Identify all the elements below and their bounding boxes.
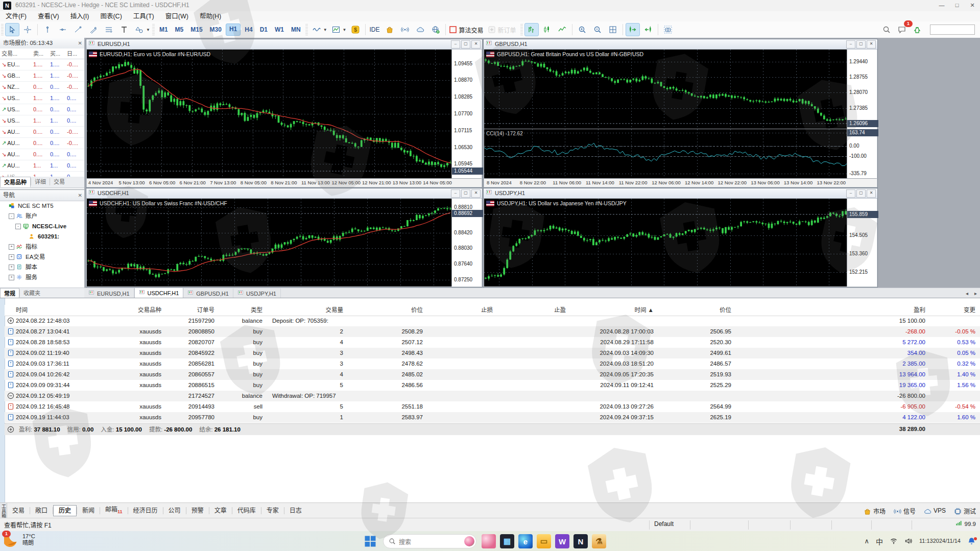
market-watch-row[interactable]: ↗US...0....0....0.... [0, 104, 84, 115]
vps-button[interactable] [413, 23, 427, 36]
chart-minimize-button[interactable]: ‒ [846, 189, 855, 198]
close-icon[interactable]: ✕ [78, 190, 82, 201]
ide-button[interactable]: IDE [368, 26, 382, 33]
timeframe-w1[interactable]: W1 [272, 24, 287, 35]
chart-pane-titlebar[interactable]: USDCHF,H1‒▢✕ [86, 188, 482, 199]
paint-app-icon[interactable] [482, 534, 496, 548]
menu-item-6[interactable]: 窗口(W) [160, 11, 194, 21]
market-button[interactable] [383, 23, 397, 36]
toolbox-tab-2[interactable]: 敞口 [30, 505, 53, 516]
menu-item-3[interactable]: 插入(I) [65, 11, 95, 21]
chart-tab-usdjpy-h1[interactable]: USDJPY,H1 [233, 289, 281, 298]
navigator-item-1[interactable]: NCE SC MT5 [0, 201, 84, 211]
chart-restore-button[interactable]: ▢ [856, 40, 866, 49]
timeframe-mn[interactable]: MN [288, 24, 304, 35]
market-watch-row[interactable]: ↘AU...0....0....0.... [0, 149, 84, 160]
history-column-header[interactable]: 变更 [5, 305, 975, 316]
navigator-tab-2[interactable]: 收藏夹 [20, 288, 44, 298]
history-row[interactable]: 2024.09.03 17:36:11xauusds20856281buy324… [5, 358, 980, 369]
timeframe-m5[interactable]: M5 [172, 24, 187, 35]
chart-tab-eurusd-h1[interactable]: EURUSD,H1 [84, 289, 134, 298]
templates-button[interactable] [329, 23, 343, 36]
navigator-item-6[interactable]: +EA交易 [0, 252, 84, 262]
signals-button[interactable] [398, 23, 412, 36]
history-row[interactable]: 2024.09.02 11:19:40xauusds20845922buy324… [5, 348, 980, 358]
market-watch-row[interactable]: ↘US...1...1...0.... [0, 115, 84, 127]
vertical-line-tool[interactable] [40, 23, 55, 36]
candle-chart-button[interactable] [540, 23, 554, 36]
chart-minimize-button[interactable]: ‒ [451, 189, 460, 198]
search-button[interactable] [879, 23, 894, 36]
toolbox-tab-4[interactable]: 新闻 [77, 505, 100, 516]
menu-item-5[interactable]: 工具(T) [128, 11, 160, 21]
file-explorer-icon[interactable]: ▭ [537, 534, 551, 548]
chart-shift-button[interactable] [641, 23, 655, 36]
toolbox-tab-11[interactable]: 专家 [261, 505, 284, 516]
history-row[interactable]: 2024.08.27 13:04:41xauusds20808850buy225… [5, 326, 980, 337]
dropdown-caret-icon[interactable]: ▼ [343, 28, 347, 32]
chart-close-button[interactable]: ✕ [471, 189, 481, 198]
market-watch-row[interactable]: ↘GB...1....1....-0.... [0, 70, 84, 82]
market-watch-row[interactable]: ↘AU...0....0....-0.... [0, 127, 84, 138]
toolbox-tab-1[interactable]: 交易 [7, 505, 30, 516]
dropdown-caret-icon[interactable]: ▼ [146, 28, 150, 32]
timeframe-m1[interactable]: M1 [156, 24, 171, 35]
navigator-tab-1[interactable]: 常规 [0, 288, 19, 298]
dock-item-信号[interactable]: 信号 [894, 507, 916, 515]
horizontal-line-tool[interactable] [56, 23, 70, 36]
channel-tool[interactable] [86, 23, 101, 36]
toolbox-tab-6[interactable]: 经济日历 [128, 505, 163, 516]
toolbox-tab-5[interactable]: 邮箱11 [100, 504, 128, 517]
toolbox-tab-7[interactable]: 公司 [163, 505, 186, 516]
menu-item-4[interactable]: 图表(C) [94, 11, 127, 21]
chart-minimize-button[interactable]: ‒ [846, 40, 855, 49]
chart-pane-titlebar[interactable]: USDJPY,H1‒▢✕ [484, 188, 877, 199]
algo-trading-button[interactable]: 算法交易 [448, 23, 486, 36]
community-button[interactable] [428, 23, 443, 36]
market-watch-row[interactable]: ↘EU...1....1....-0.... [0, 59, 84, 70]
market-watch-row[interactable]: ↘US...1....1....0.... [0, 93, 84, 104]
mt5-app-icon[interactable]: N [573, 534, 588, 548]
timeframe-m30[interactable]: M30 [207, 24, 225, 35]
chart-close-button[interactable]: ✕ [867, 189, 876, 198]
close-icon[interactable]: ✕ [78, 38, 82, 49]
navigator-item-2[interactable]: -账户 [0, 211, 84, 221]
taskbar-clock[interactable]: 11:132024/11/14 [919, 538, 961, 544]
bar-chart-button[interactable] [524, 23, 539, 36]
dock-item-VPS[interactable]: VPS [924, 507, 946, 514]
toolbox-vertical-tab[interactable]: 工具箱 [0, 503, 7, 518]
chart-plot-area[interactable]: USDCHF,H1: US Dollar vs Swiss Franc #N-U… [87, 199, 482, 286]
status-profile[interactable]: Default [654, 520, 674, 528]
auto-scroll-button[interactable] [626, 23, 640, 36]
deposit-button[interactable]: $ [348, 23, 363, 36]
chart-minimize-button[interactable]: ‒ [451, 40, 460, 49]
history-row[interactable]: 2024.09.12 16:45:48xauusds20914493sell52… [5, 401, 980, 412]
dock-item-测试[interactable]: 测试 [954, 507, 976, 515]
timeframe-d1[interactable]: D1 [257, 24, 271, 35]
history-row[interactable]: 2024.09.12 05:49:1921724527balance-26 80… [5, 391, 980, 401]
menu-item-7[interactable]: 帮助(H) [194, 11, 227, 21]
tree-expand-icon[interactable]: + [9, 275, 14, 280]
crosshair-tool[interactable] [20, 23, 35, 36]
chart-restore-button[interactable]: ▢ [461, 40, 470, 49]
minimize-button[interactable]: — [934, 0, 949, 11]
menu-item-1[interactable]: 文件(F) [0, 11, 32, 21]
test-tool-icon[interactable]: ⚗ [592, 534, 606, 548]
ime-indicator[interactable]: 中 [876, 536, 883, 546]
toolbar-grip[interactable] [305, 24, 308, 35]
photos-app-icon[interactable]: ▦ [500, 534, 514, 548]
wifi-icon[interactable] [890, 537, 898, 545]
chart-pane-titlebar[interactable]: EURUSD,H1‒▢✕ [86, 39, 482, 50]
wps-office-icon[interactable]: W [555, 534, 569, 548]
history-row[interactable]: 2024.08.22 12:48:0321597290balance15 100… [5, 316, 980, 326]
history-row[interactable]: 2024.09.04 10:26:42xauusds20860557buy424… [5, 369, 980, 380]
shapes-tool[interactable] [132, 23, 147, 36]
toolbox-tab-10[interactable]: 代码库 [232, 505, 261, 516]
navigator-item-8[interactable]: +服务 [0, 272, 84, 282]
chart-restore-button[interactable]: ▢ [856, 189, 866, 198]
start-button[interactable] [363, 534, 378, 549]
toolbar-grip[interactable] [1, 24, 4, 35]
chart-plot-area[interactable]: USDJPY,H1: US Dollar vs Japanese Yen #N-… [484, 199, 877, 286]
text-tool[interactable] [117, 23, 131, 36]
navigator-item-3[interactable]: -NCESC-Live [0, 221, 84, 231]
